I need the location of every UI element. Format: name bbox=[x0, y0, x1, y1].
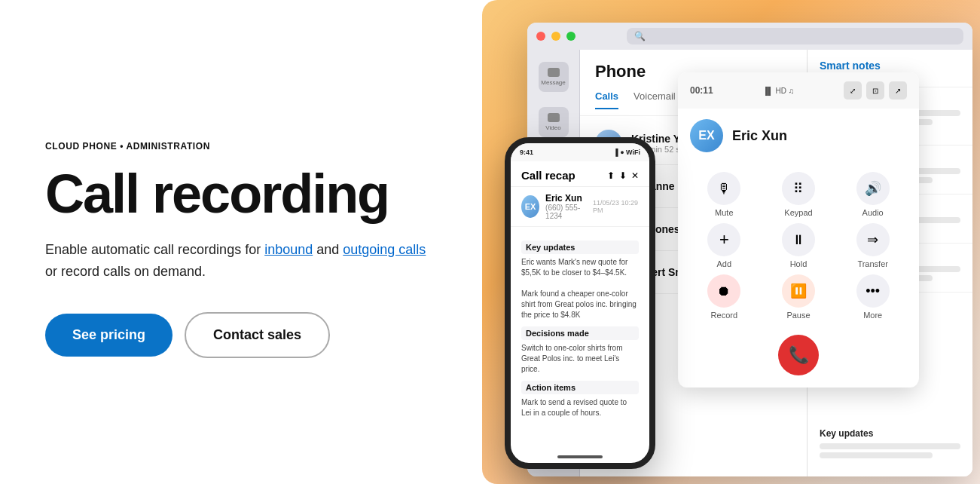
mobile-signals: ▐ ● WiFi bbox=[613, 149, 640, 156]
mobile-notes: Key updates Eric wants Mark's new quote … bbox=[511, 227, 649, 429]
page-title: Call recording bbox=[45, 167, 437, 221]
more-icon: ••• bbox=[856, 274, 890, 308]
keypad-icon: ⠿ bbox=[782, 172, 815, 205]
mobile-section-key-updates: Key updates bbox=[521, 240, 639, 254]
sidebar-message-label: Message bbox=[541, 79, 565, 86]
mobile-header-title: Call recap bbox=[521, 169, 575, 182]
record-icon: ⏺ bbox=[707, 274, 740, 308]
add-button[interactable]: + Add bbox=[690, 223, 759, 268]
signal-icon: ▐▌ HD ♫ bbox=[763, 87, 795, 95]
pause-icon: ⏸️ bbox=[782, 274, 815, 308]
add-icon: + bbox=[707, 223, 740, 256]
sn-bottom-title: Key updates bbox=[820, 428, 960, 439]
sn-line bbox=[820, 452, 933, 458]
more-button[interactable]: ••• More bbox=[838, 274, 907, 320]
mute-button[interactable]: 🎙 Mute bbox=[690, 172, 759, 217]
see-pricing-button[interactable]: See pricing bbox=[45, 314, 172, 357]
right-panel: 🔍 Message Video bbox=[482, 0, 980, 484]
transfer-label: Transfer bbox=[857, 259, 888, 268]
description-before: Enable automatic call recordings for bbox=[45, 242, 264, 257]
mobile-section-action-items: Action items bbox=[521, 381, 639, 394]
minimize-window-icon[interactable] bbox=[551, 32, 560, 41]
tab-calls[interactable]: Calls bbox=[595, 90, 618, 109]
keypad-button[interactable]: ⠿ Keypad bbox=[765, 172, 833, 217]
call-timer: 00:11 bbox=[690, 85, 713, 96]
mobile-section-decisions: Decisions made bbox=[521, 326, 639, 340]
mobile-caller: EX Eric Xun (660) 555-1234 11/05/23 10:2… bbox=[511, 187, 649, 227]
add-label: Add bbox=[717, 259, 732, 268]
mobile-note-decisions: Switch to one-color shirts from Great Po… bbox=[521, 343, 639, 375]
search-bar[interactable]: 🔍 bbox=[627, 28, 963, 44]
end-call-button[interactable]: 📞 bbox=[778, 335, 819, 375]
inbound-link[interactable]: inbound bbox=[264, 242, 313, 257]
left-panel: CLOUD PHONE • ADMINISTRATION Call record… bbox=[0, 0, 482, 484]
caller-avatar: EX bbox=[690, 119, 723, 152]
sn-bottom: Key updates bbox=[820, 428, 960, 461]
search-icon: 🔍 bbox=[634, 31, 646, 41]
maximize-window-icon[interactable] bbox=[566, 32, 575, 41]
tab-voicemail[interactable]: Voicemail bbox=[633, 90, 676, 109]
audio-button[interactable]: 🔊 Audio bbox=[838, 172, 907, 217]
pause-label: Pause bbox=[786, 311, 810, 320]
mobile-header-icons: ⬆ ⬇ ✕ bbox=[607, 170, 639, 181]
breadcrumb: CLOUD PHONE • ADMINISTRATION bbox=[45, 141, 437, 152]
mute-icon: 🎙 bbox=[707, 172, 740, 205]
outgoing-link[interactable]: outgoing calls bbox=[343, 242, 426, 257]
cta-row: See pricing Contact sales bbox=[45, 312, 437, 358]
mute-label: Mute bbox=[715, 208, 733, 217]
mobile-avatar: EX bbox=[521, 195, 539, 218]
hold-icon: ⏸ bbox=[782, 223, 815, 256]
keypad-label: Keypad bbox=[784, 208, 812, 217]
call-icons: ⤢ ⊡ ↗ bbox=[844, 81, 907, 100]
more-label: More bbox=[863, 311, 882, 320]
caller-info: EX Eric Xun bbox=[678, 109, 919, 163]
mobile-note-key-updates: Eric wants Mark's new quote for $5,5K to… bbox=[521, 257, 639, 320]
desktop-titlebar: 🔍 bbox=[527, 23, 972, 50]
screenshot-icon[interactable]: ⊡ bbox=[866, 81, 884, 100]
download-icon[interactable]: ⬇ bbox=[619, 170, 627, 181]
description-after: or record calls on demand. bbox=[45, 264, 206, 279]
sidebar-item-video[interactable]: Video bbox=[539, 107, 569, 137]
transfer-button[interactable]: ⇒ Transfer bbox=[838, 223, 907, 268]
record-label: Record bbox=[711, 311, 737, 320]
mobile-caller-name: Eric Xun bbox=[545, 193, 587, 204]
transfer-icon: ⇒ bbox=[856, 223, 890, 256]
pause-button[interactable]: ⏸️ Pause bbox=[765, 274, 833, 320]
description: Enable automatic call recordings for inb… bbox=[45, 239, 437, 283]
description-middle: and bbox=[313, 242, 343, 257]
record-button[interactable]: ⏺ Record bbox=[690, 274, 759, 320]
call-header: 00:11 ▐▌ HD ♫ ⤢ ⊡ ↗ bbox=[678, 72, 919, 109]
sidebar-video-label: Video bbox=[545, 124, 560, 131]
mobile-time: 9:41 bbox=[520, 149, 533, 156]
expand-icon[interactable]: ⤢ bbox=[844, 81, 862, 100]
audio-icon: 🔊 bbox=[856, 172, 890, 205]
mobile-caller-phone: (660) 555-1234 bbox=[545, 204, 587, 220]
sn-line bbox=[820, 443, 960, 449]
close-icon[interactable]: ✕ bbox=[631, 170, 639, 181]
sidebar-item-message[interactable]: Message bbox=[539, 62, 569, 92]
active-call-panel: 00:11 ▐▌ HD ♫ ⤢ ⊡ ↗ EX Eric Xun 🎙 Mute bbox=[678, 72, 919, 388]
share-icon[interactable]: ⬆ bbox=[607, 170, 615, 181]
caller-name: Eric Xun bbox=[732, 128, 787, 144]
contact-sales-button[interactable]: Contact sales bbox=[185, 312, 330, 358]
mobile-note-action-items: Mark to send a revised quote to Lei in a… bbox=[521, 397, 639, 418]
mobile-header: Call recap ⬆ ⬇ ✕ bbox=[511, 161, 649, 187]
mobile-caller-info: Eric Xun (660) 555-1234 bbox=[545, 193, 587, 220]
close-window-icon[interactable] bbox=[536, 32, 545, 41]
call-controls: 🎙 Mute ⠿ Keypad 🔊 Audio + Add ⏸ Hold bbox=[678, 163, 919, 329]
mobile-caller-date: 11/05/23 10:29 PM bbox=[593, 199, 639, 214]
hold-button[interactable]: ⏸ Hold bbox=[765, 223, 833, 268]
mobile-phone: 9:41 ▐ ● WiFi Call recap ⬆ ⬇ ✕ EX Eric X… bbox=[505, 137, 655, 469]
external-icon[interactable]: ↗ bbox=[889, 81, 907, 100]
mobile-home-bar bbox=[557, 455, 603, 458]
audio-label: Audio bbox=[862, 208, 884, 217]
mobile-statusbar: 9:41 ▐ ● WiFi bbox=[511, 143, 649, 161]
hold-label: Hold bbox=[790, 259, 808, 268]
end-call-row: 📞 bbox=[678, 329, 919, 388]
